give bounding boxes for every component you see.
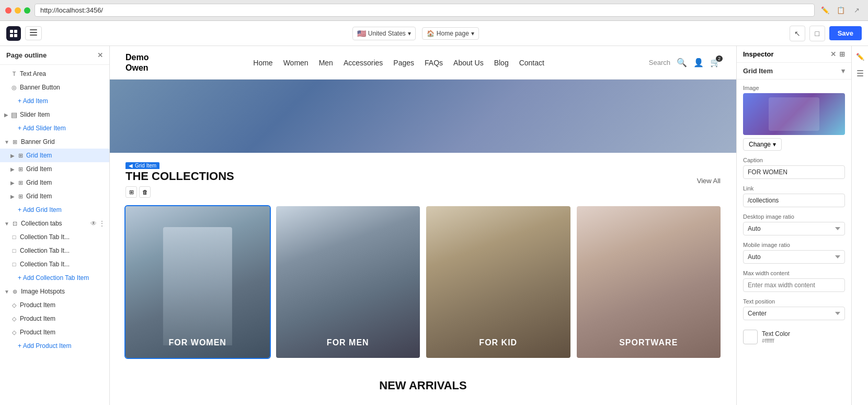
- save-button[interactable]: Save: [829, 26, 862, 40]
- site-nav-right: Search 🔍 👤 🛒2: [649, 58, 721, 68]
- col-tabs-eye-icon[interactable]: 👁: [90, 220, 97, 227]
- canvas-scroll[interactable]: Demo Owen Home Women Men Accessories Pag…: [110, 46, 736, 405]
- grid-item-tag[interactable]: ◀ Grid Item: [125, 162, 159, 169]
- nav-pages[interactable]: Pages: [393, 59, 414, 67]
- cursor-tool-button[interactable]: ↖: [790, 26, 805, 41]
- sidebar-item-col-tab-2[interactable]: □ Collection Tab It...: [0, 244, 109, 257]
- col-tabs-label: Collection tabs: [21, 220, 88, 227]
- locale-selector[interactable]: 🇺🇸 United States ▾: [352, 27, 416, 40]
- col-tabs-chevron: ▼: [4, 221, 9, 227]
- banner-grid-icon: ⊞: [12, 138, 19, 145]
- sidebar-item-collection-tabs[interactable]: ▼ ⊡ Collection tabs 👁 ⋮: [0, 217, 109, 230]
- product-1-label: Product Item: [20, 301, 55, 309]
- desktop-ratio-select[interactable]: Auto: [743, 222, 845, 235]
- account-icon[interactable]: 👤: [693, 58, 704, 68]
- sidebar-close-icon[interactable]: ✕: [97, 51, 103, 59]
- item-title-chevron[interactable]: ▾: [841, 67, 845, 75]
- search-icon[interactable]: 🔍: [677, 58, 687, 68]
- grid-edit-icon[interactable]: ⊞: [125, 186, 137, 198]
- sidebar-item-text-area[interactable]: T Text Area: [0, 67, 109, 81]
- add-grid-button[interactable]: + Add Grid Item: [0, 203, 109, 217]
- grid-1-icon: ⊞: [17, 152, 24, 159]
- add-item-button[interactable]: + Add Item: [0, 94, 109, 108]
- nav-accessories[interactable]: Accessories: [344, 59, 383, 67]
- add-col-tab-button[interactable]: + Add Collection Tab Item: [0, 271, 109, 285]
- nav-women[interactable]: Women: [283, 59, 309, 67]
- grid-2-label: Grid Item: [26, 165, 52, 173]
- text-position-group: Text position Center: [743, 298, 845, 320]
- col-tabs-more-icon[interactable]: ⋮: [99, 220, 105, 227]
- sidebar-item-grid-3[interactable]: ▶ ⊞ Grid Item: [0, 176, 109, 189]
- sidebar-item-grid-1[interactable]: ▶ ⊞ Grid Item: [0, 149, 109, 162]
- svg-rect-8: [857, 73, 863, 74]
- url-text: http://localhost:3456/: [40, 6, 103, 14]
- sidebar-item-slider[interactable]: ▶ ▤ Slider Item: [0, 108, 109, 121]
- sidebar-item-grid-2[interactable]: ▶ ⊞ Grid Item: [0, 162, 109, 176]
- col-tab-2-label: Collection Tab It...: [20, 247, 70, 254]
- nav-contact[interactable]: Contact: [519, 59, 544, 67]
- view-all-link[interactable]: View All: [697, 177, 721, 185]
- sidebar-header: Page outline ✕: [0, 46, 109, 65]
- device-preview-button[interactable]: □: [809, 26, 825, 41]
- sidebar-content: T Text Area ◎ Banner Button + Add Item ▶…: [0, 65, 109, 405]
- cart-icon[interactable]: 🛒2: [710, 58, 721, 68]
- app-header: 🇺🇸 United States ▾ 🏠 Home page ▾ ↖ □ Sav…: [0, 21, 868, 46]
- outline-button[interactable]: [25, 26, 42, 40]
- inspector-settings-icon[interactable]: ⊞: [839, 50, 845, 58]
- collection-item-women[interactable]: FOR WOMEN: [125, 206, 270, 358]
- add-product-button[interactable]: + Add Product Item: [0, 339, 109, 353]
- max-width-input[interactable]: [743, 278, 845, 292]
- grid-4-label: Grid Item: [26, 193, 52, 200]
- sidebar-item-grid-4[interactable]: ▶ ⊞ Grid Item: [0, 189, 109, 203]
- nav-men[interactable]: Men: [319, 59, 333, 67]
- collection-item-sportware[interactable]: SPORTWARE: [577, 206, 721, 358]
- site-nav: Demo Owen Home Women Men Accessories Pag…: [110, 46, 736, 80]
- url-bar[interactable]: http://localhost:3456/: [35, 4, 815, 17]
- text-position-select[interactable]: Center: [743, 307, 845, 320]
- sidebar-item-col-tab-1[interactable]: □ Collection Tab It...: [0, 230, 109, 244]
- grid-3-chevron: ▶: [10, 180, 15, 186]
- right-edge: ✏️: [851, 46, 868, 405]
- link-input[interactable]: [743, 194, 845, 207]
- col-tab-2-icon: □: [10, 247, 18, 254]
- collection-item-kid[interactable]: FOR KID: [426, 206, 570, 358]
- sidebar-title: Page outline: [6, 51, 47, 59]
- inspector-close-icon[interactable]: ✕: [830, 50, 836, 58]
- change-image-button[interactable]: Change ▾: [743, 138, 782, 151]
- nav-about[interactable]: About Us: [453, 59, 484, 67]
- caption-input[interactable]: [743, 165, 845, 179]
- dot-green[interactable]: [24, 7, 30, 14]
- add-slider-button[interactable]: + Add Slider Item: [0, 121, 109, 135]
- nav-blog[interactable]: Blog: [494, 59, 509, 67]
- browser-dots: [5, 7, 30, 14]
- app-logo[interactable]: [6, 26, 21, 41]
- dot-yellow[interactable]: [15, 7, 21, 14]
- mobile-ratio-group: Mobile image ratio Auto: [743, 242, 845, 264]
- browser-copy-icon[interactable]: 📋: [835, 4, 847, 17]
- collection-item-men[interactable]: FOR MEN: [276, 206, 420, 358]
- page-selector[interactable]: 🏠 Home page ▾: [422, 27, 479, 40]
- text-color-swatch[interactable]: [743, 330, 758, 344]
- browser-edit-icon[interactable]: ✏️: [819, 4, 831, 17]
- browser-open-icon[interactable]: ↗: [850, 4, 863, 17]
- slider-chevron: ▶: [4, 112, 8, 118]
- grid-delete-icon[interactable]: 🗑: [139, 186, 151, 198]
- sidebar-item-banner-grid[interactable]: ▼ ⊞ Banner Grid: [0, 135, 109, 149]
- dot-red[interactable]: [5, 7, 12, 14]
- svg-rect-4: [30, 29, 37, 30]
- new-arrivals: NEW ARRIVALS: [110, 368, 736, 403]
- sidebar-item-banner-button[interactable]: ◎ Banner Button: [0, 81, 109, 94]
- sidebar-item-image-hotspots[interactable]: ▼ ⊛ Image Hotspots: [0, 285, 109, 298]
- text-color-hex: #ffffff: [762, 338, 790, 344]
- mobile-ratio-select[interactable]: Auto: [743, 250, 845, 264]
- nav-home[interactable]: Home: [253, 59, 272, 67]
- sidebar-item-product-2[interactable]: ◇ Product Item: [0, 312, 109, 325]
- nav-faqs[interactable]: FAQs: [425, 59, 443, 67]
- grid-2-icon: ⊞: [17, 165, 24, 173]
- edge-layers-icon[interactable]: [854, 67, 866, 80]
- slider-icon: ▤: [10, 111, 18, 118]
- sidebar-item-col-tab-3[interactable]: □ Collection Tab It...: [0, 257, 109, 271]
- sidebar-item-product-3[interactable]: ◇ Product Item: [0, 325, 109, 339]
- edge-pen-icon[interactable]: ✏️: [854, 50, 866, 63]
- sidebar-item-product-1[interactable]: ◇ Product Item: [0, 298, 109, 312]
